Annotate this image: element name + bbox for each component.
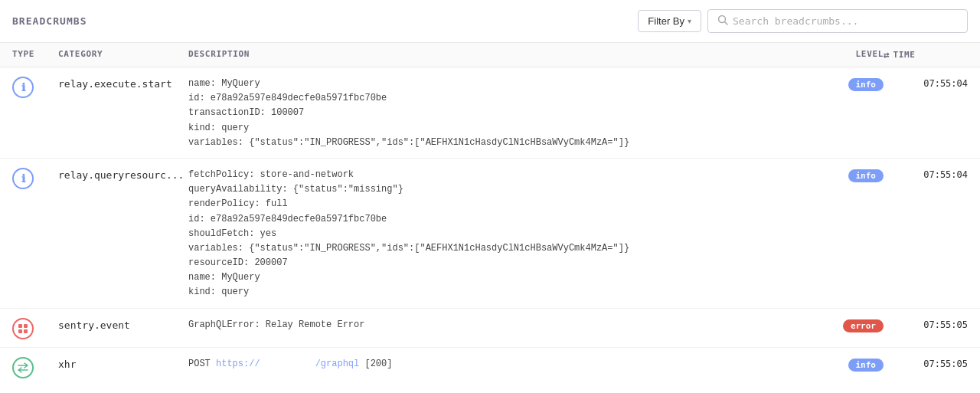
col-time: ⇄ TIME (884, 49, 968, 61)
time-cell: 07:55:05 (884, 355, 968, 369)
status-badge: info (848, 359, 884, 372)
search-icon (717, 15, 728, 28)
search-placeholder: Search breadcrumbs... (733, 15, 858, 27)
category-cell: sentry.event (58, 316, 188, 331)
sort-icon: ⇄ (884, 49, 890, 61)
level-cell: info (815, 166, 884, 182)
type-cell (12, 316, 58, 339)
chevron-down-icon: ▾ (688, 17, 691, 25)
svg-rect-4 (18, 329, 22, 333)
svg-rect-5 (24, 329, 28, 333)
category-cell: relay.queryresourc... (58, 166, 188, 181)
filter-label: Filter By (648, 15, 684, 27)
sentry-icon (12, 318, 34, 339)
time-cell: 07:55:05 (884, 316, 968, 330)
type-cell (12, 355, 58, 378)
col-category: CATEGORY (58, 49, 188, 61)
table-header: TYPE CATEGORY DESCRIPTION LEVEL ⇄ TIME (0, 43, 980, 67)
description-cell: GraphQLError: Relay Remote Error (188, 316, 815, 332)
type-cell: ℹ (12, 166, 58, 189)
info-circle-icon: ℹ (12, 168, 34, 189)
filter-button[interactable]: Filter By ▾ (638, 10, 701, 32)
url-link[interactable]: https:// (216, 359, 260, 369)
col-type: TYPE (12, 49, 58, 61)
level-cell: info (815, 355, 884, 372)
svg-rect-2 (18, 324, 22, 328)
svg-line-1 (725, 22, 728, 25)
description-cell: fetchPolicy: store-and-network queryAvai… (188, 166, 815, 300)
category-cell: xhr (58, 355, 188, 370)
info-circle-icon: ℹ (12, 77, 34, 98)
table-row[interactable]: xhr POST https:// /graphql [200] info 07… (0, 348, 980, 384)
header-controls: Filter By ▾ Search breadcrumbs... (638, 9, 968, 33)
description-cell: name: MyQuery id: e78a92a597e849decfe0a5… (188, 75, 815, 150)
table-row[interactable]: ℹ relay.execute.start name: MyQuery id: … (0, 67, 980, 159)
table-body[interactable]: ℹ relay.execute.start name: MyQuery id: … (0, 67, 980, 384)
search-box[interactable]: Search breadcrumbs... (707, 9, 968, 33)
level-cell: error (815, 316, 884, 332)
page-title: BREADCRUMBS (12, 15, 87, 27)
status-badge: info (848, 78, 884, 91)
col-description: DESCRIPTION (188, 49, 815, 61)
description-cell: POST https:// /graphql [200] (188, 355, 815, 372)
status-badge: error (843, 319, 884, 332)
header: BREADCRUMBS Filter By ▾ Search breadcrum… (0, 0, 980, 43)
table-row[interactable]: ℹ relay.queryresourc... fetchPolicy: sto… (0, 159, 980, 309)
type-cell: ℹ (12, 75, 58, 98)
page-container: BREADCRUMBS Filter By ▾ Search breadcrum… (0, 0, 980, 393)
xhr-icon (12, 357, 34, 378)
time-cell: 07:55:04 (884, 166, 968, 180)
svg-rect-3 (24, 324, 28, 328)
level-cell: info (815, 75, 884, 91)
url-path-link[interactable]: /graphql (315, 359, 360, 369)
status-badge: info (848, 169, 884, 182)
col-level: LEVEL (815, 49, 884, 61)
time-cell: 07:55:04 (884, 75, 968, 89)
category-cell: relay.execute.start (58, 75, 188, 90)
table-row[interactable]: sentry.event GraphQLError: Relay Remote … (0, 309, 980, 348)
